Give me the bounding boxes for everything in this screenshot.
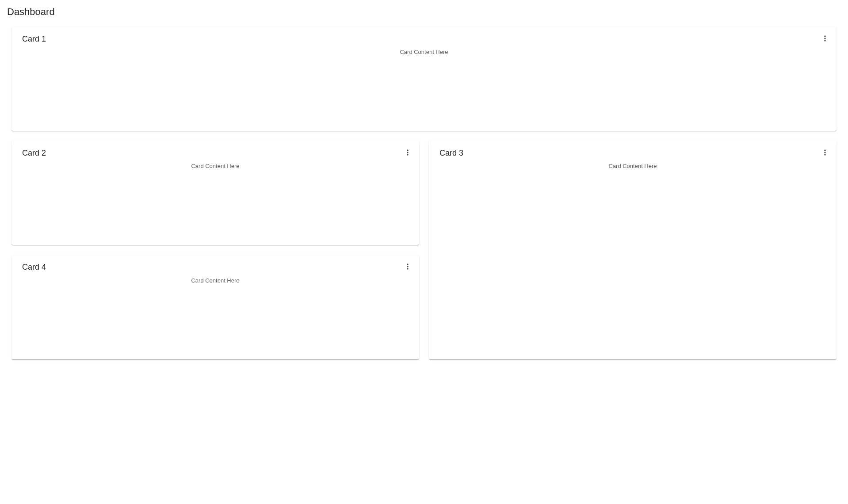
card-title: Card 2 — [22, 149, 399, 158]
card-menu-button[interactable] — [399, 144, 416, 162]
page-title: Dashboard — [6, 6, 842, 18]
more-vert-icon — [821, 148, 829, 158]
card-2: Card 2 Card Content Here — [11, 141, 419, 245]
card-4: Card 4 Card Content Here — [11, 255, 419, 359]
card-menu-button[interactable] — [816, 30, 834, 48]
card-title: Card 3 — [439, 149, 816, 158]
card-1: Card 1 Card Content Here — [11, 27, 837, 131]
card-3: Card 3 Card Content Here — [429, 141, 837, 359]
card-header: Card 4 — [11, 255, 419, 277]
card-content: Card Content Here — [11, 163, 419, 176]
more-vert-icon — [403, 148, 412, 158]
card-header: Card 1 — [11, 27, 837, 49]
card-content: Card Content Here — [11, 277, 419, 291]
card-title: Card 1 — [22, 34, 816, 44]
card-content: Card Content Here — [429, 163, 837, 176]
card-title: Card 4 — [22, 263, 399, 272]
card-menu-button[interactable] — [399, 259, 416, 276]
card-menu-button[interactable] — [816, 144, 834, 162]
card-header: Card 2 — [11, 141, 419, 163]
more-vert-icon — [821, 34, 829, 44]
card-header: Card 3 — [429, 141, 837, 163]
dashboard-grid: Card 1 Card Content Here Card 2 Card Con… — [6, 27, 842, 359]
card-content: Card Content Here — [11, 49, 837, 62]
more-vert-icon — [403, 262, 412, 272]
